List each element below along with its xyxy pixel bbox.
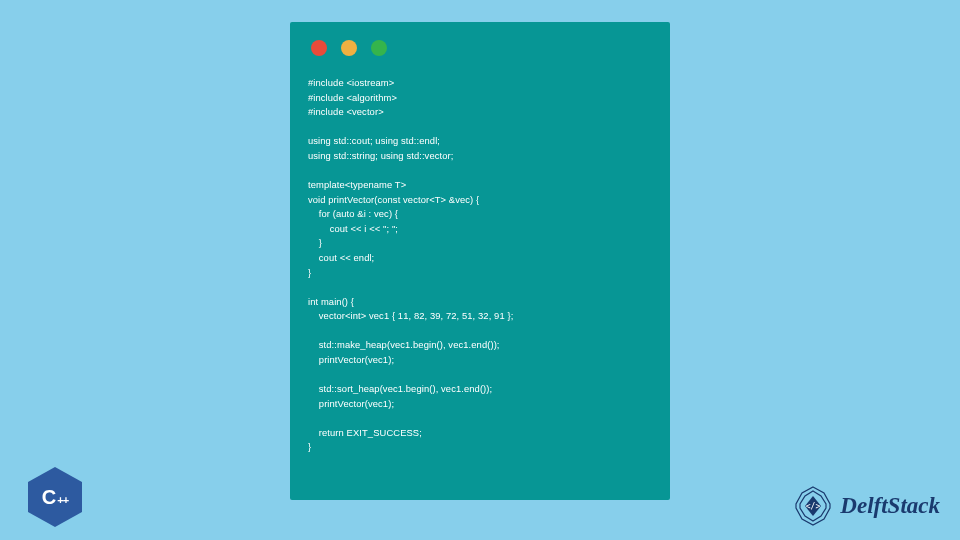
code-block: #include <iostream> #include <algorithm>… bbox=[308, 76, 652, 455]
delftstack-logo: </> DelftStack bbox=[791, 484, 940, 528]
close-icon bbox=[311, 40, 327, 56]
svg-text:</>: </> bbox=[806, 502, 821, 511]
code-window: #include <iostream> #include <algorithm>… bbox=[290, 22, 670, 500]
maximize-icon bbox=[371, 40, 387, 56]
cpp-plus: ++ bbox=[57, 494, 68, 506]
delftstack-text: DelftStack bbox=[840, 493, 940, 519]
delftstack-ornament-icon: </> bbox=[791, 484, 835, 528]
cpp-hexagon-icon: C ++ bbox=[28, 467, 82, 527]
cpp-letter: C bbox=[42, 486, 56, 509]
cpp-logo: C ++ bbox=[26, 464, 84, 530]
traffic-lights bbox=[311, 40, 652, 56]
minimize-icon bbox=[341, 40, 357, 56]
